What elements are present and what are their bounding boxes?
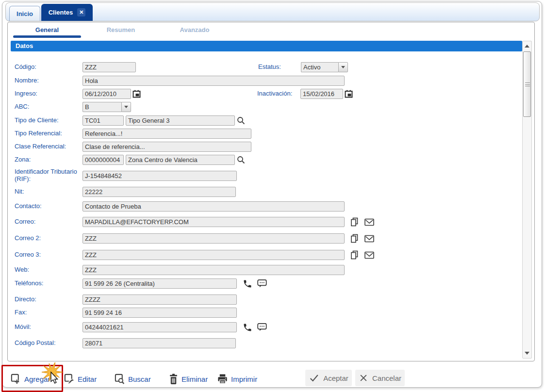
clientes-panel: General Resumen Avanzado Datos Código: Z… (7, 22, 535, 361)
eliminar-button[interactable]: Eliminar (168, 372, 208, 386)
codigo-label: Código: (15, 64, 83, 71)
tipo-referencial-input[interactable]: Referencia...! (83, 129, 251, 139)
cancel-x-icon (359, 373, 368, 383)
clientes-window: Inicio Clientes ✕ General Resumen Avanza… (2, 1, 542, 388)
ingreso-label: Ingreso: (15, 90, 83, 98)
phone-icon[interactable] (243, 323, 252, 332)
check-icon (309, 373, 319, 383)
fax-input[interactable]: 91 599 24 16 (83, 308, 237, 318)
editar-label: Editar (78, 375, 97, 383)
chevron-down-icon[interactable] (121, 102, 131, 112)
nit-input[interactable]: 22222 (83, 187, 236, 197)
copy-icon[interactable] (350, 234, 359, 243)
tab-clientes[interactable]: Clientes ✕ (41, 4, 93, 21)
buscar-button[interactable]: Buscar (114, 372, 151, 386)
print-icon (217, 374, 228, 385)
tipo-cliente-desc-input[interactable]: Tipo General 3 (126, 115, 235, 126)
ingreso-input[interactable]: 06/12/2010 (83, 89, 131, 99)
nit-label: Nit: (15, 188, 83, 196)
cancelar-button[interactable]: Cancelar (355, 370, 405, 386)
directo-label: Directo: (15, 296, 83, 303)
nombre-label: Nombre: (15, 77, 83, 84)
correo-input[interactable]: MAPADILLA@EFACTORYERP.COM (83, 217, 345, 227)
mail-icon[interactable] (364, 235, 374, 243)
abc-select[interactable]: B (83, 102, 131, 112)
directo-input[interactable]: ZZZZ (83, 294, 237, 305)
tab-inicio-label: Inicio (17, 10, 33, 17)
tipo-cliente-label: Tipo de Cliente: (15, 117, 83, 124)
copy-icon[interactable] (350, 217, 359, 227)
agregar-label: Agregar (24, 375, 50, 383)
rif-label: Identificador Tributario (RIF): (15, 168, 83, 183)
mail-icon[interactable] (364, 218, 374, 226)
clase-referencial-input[interactable]: Clase de referencia... (83, 142, 251, 152)
tab-avanzado-label: Avanzado (180, 26, 210, 33)
movil-label: Móvil: (15, 324, 83, 331)
sms-icon[interactable] (257, 323, 267, 332)
sms-icon[interactable] (257, 279, 267, 288)
tipo-referencial-label: Tipo Referencial: (15, 130, 83, 137)
aceptar-label: Aceptar (323, 374, 348, 382)
codigo-input[interactable]: ZZZ (83, 62, 136, 72)
zona-desc-input[interactable]: Zona Centro de Valencia (126, 155, 235, 165)
phone-icon[interactable] (243, 279, 252, 289)
add-icon (10, 373, 21, 385)
correo-label: Correo: (15, 218, 83, 226)
mail-icon[interactable] (364, 251, 374, 259)
correo2-input[interactable]: ZZZ (83, 233, 345, 244)
cancelar-label: Cancelar (372, 374, 401, 382)
active-tab-underline (13, 35, 81, 38)
imprimir-button[interactable]: Imprimir (217, 372, 257, 386)
buscar-label: Buscar (128, 375, 151, 383)
search-icon[interactable] (237, 156, 245, 164)
tab-resumen-label: Resumen (107, 26, 135, 33)
correo3-label: Correo 3: (15, 251, 83, 259)
calendar-icon[interactable] (132, 90, 141, 98)
app-screen: Inicio Clientes ✕ General Resumen Avanza… (0, 0, 545, 392)
nombre-input[interactable]: Hola (83, 76, 345, 86)
contacto-input[interactable]: Contacto de Prueba (83, 201, 345, 212)
vertical-scrollbar[interactable] (522, 41, 532, 359)
tipo-cliente-code-input[interactable]: TC01 (83, 115, 124, 126)
estatus-label: Estatus: (258, 64, 301, 71)
search-icon[interactable] (237, 116, 245, 125)
aceptar-button[interactable]: Aceptar (305, 370, 352, 386)
tab-inicio[interactable]: Inicio (9, 6, 40, 21)
codigo-postal-input[interactable]: 28071 (83, 338, 236, 348)
tab-general-label: General (35, 26, 59, 33)
contacto-label: Contacto: (15, 203, 83, 210)
zona-code-input[interactable]: 0000000004 (83, 155, 124, 165)
scroll-down-icon[interactable] (523, 349, 531, 357)
chevron-down-icon[interactable] (338, 62, 348, 72)
correo3-input[interactable]: ZZZ (83, 250, 345, 260)
web-input[interactable]: ZZZ (83, 265, 345, 275)
telefonos-input[interactable]: 91 599 26 26 (Centralita) (83, 278, 237, 289)
delete-icon (168, 374, 179, 385)
rif-input[interactable]: J-154848452 (83, 171, 237, 181)
zona-label: Zona: (15, 156, 83, 163)
calendar-icon[interactable] (345, 90, 353, 98)
movil-input[interactable]: 04244021621 (83, 322, 237, 332)
cursor-icon (51, 372, 58, 383)
telefonos-label: Teléfonos: (15, 280, 83, 287)
tab-avanzado[interactable]: Avanzado (161, 26, 229, 36)
codigo-postal-label: Código Postal: (15, 340, 83, 347)
estatus-select[interactable]: Activo (301, 62, 348, 72)
fax-label: Fax: (15, 309, 83, 316)
clase-referencial-label: Clase Referencial: (15, 143, 83, 150)
tab-resumen[interactable]: Resumen (87, 26, 155, 36)
edit-icon (64, 373, 75, 385)
tab-clientes-label: Clientes (49, 9, 73, 16)
estatus-value: Activo (301, 62, 338, 72)
agregar-button[interactable]: Agregar (10, 372, 50, 386)
close-icon[interactable]: ✕ (77, 8, 85, 16)
tab-general[interactable]: General (13, 26, 81, 36)
inactivacion-input[interactable]: 15/02/2016 (300, 89, 343, 99)
editar-button[interactable]: Editar (64, 372, 97, 386)
scrollbar-thumb[interactable] (523, 51, 531, 117)
imprimir-label: Imprimir (231, 375, 257, 383)
scroll-up-icon[interactable] (523, 42, 531, 50)
inactivacion-label: Inactivación: (257, 90, 300, 98)
find-icon (114, 373, 125, 385)
copy-icon[interactable] (350, 250, 359, 260)
